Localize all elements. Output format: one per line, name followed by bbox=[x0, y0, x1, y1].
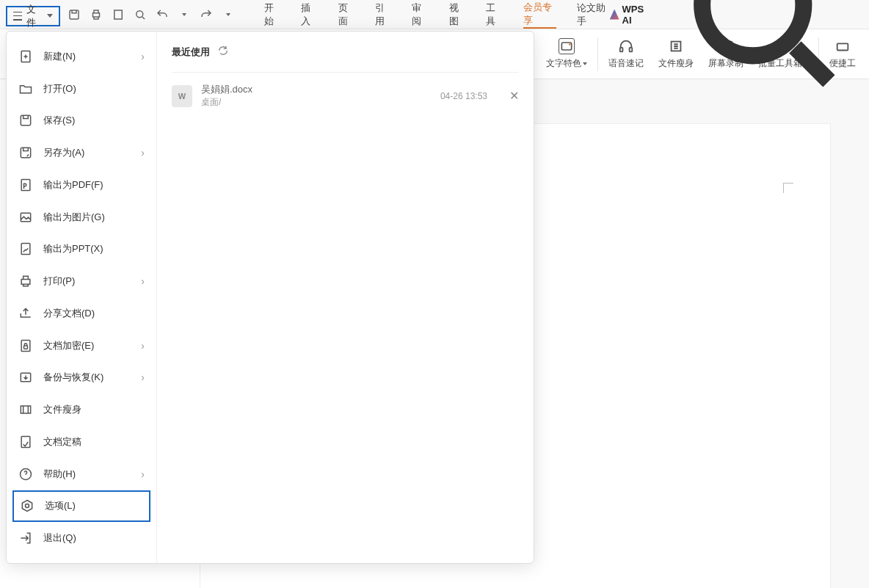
menu-file-slim[interactable]: 文件瘦身 bbox=[7, 393, 156, 426]
svg-rect-2 bbox=[114, 10, 122, 19]
ribbon-separator bbox=[597, 37, 598, 71]
menu-label: 另存为(A) bbox=[43, 146, 141, 159]
help-icon bbox=[18, 467, 33, 482]
menu-saveas[interactable]: 另存为(A) › bbox=[7, 137, 156, 169]
card-icon bbox=[559, 38, 575, 54]
menu-options[interactable]: 选项(L) bbox=[12, 490, 150, 523]
recent-file-path: 桌面/ bbox=[201, 96, 252, 109]
menu-backup[interactable]: 备份与恢复(K) › bbox=[7, 362, 156, 394]
menu-label: 文件瘦身 bbox=[43, 403, 145, 416]
close-icon[interactable]: ✕ bbox=[509, 89, 519, 103]
svg-point-28 bbox=[26, 504, 29, 508]
file-menu-list: 新建(N) › 打开(O) 保存(S) 另存为(A) › 输出为PDF(F) 输… bbox=[7, 32, 157, 563]
chevron-right-icon: › bbox=[141, 340, 145, 352]
corner-mark-icon bbox=[783, 183, 793, 193]
preview-icon[interactable] bbox=[134, 8, 147, 21]
menu-label: 帮助(H) bbox=[43, 468, 141, 481]
menu-label: 打开(O) bbox=[43, 82, 145, 95]
chevron-right-icon: › bbox=[141, 468, 145, 480]
printer-icon bbox=[18, 274, 33, 288]
menu-exit[interactable]: 退出(Q) bbox=[7, 522, 156, 554]
file-menu-button[interactable]: 文件 bbox=[6, 6, 60, 26]
finalize-icon bbox=[18, 435, 33, 449]
undo-dropdown-icon[interactable] bbox=[178, 8, 191, 21]
chevron-down-icon bbox=[47, 14, 53, 18]
tab-page[interactable]: 页面 bbox=[338, 0, 354, 29]
docx-icon: W bbox=[172, 85, 192, 107]
menu-save[interactable]: 保存(S) bbox=[7, 105, 156, 137]
menu-label: 输出为PDF(F) bbox=[43, 178, 145, 192]
hamburger-icon bbox=[13, 12, 22, 21]
menu-label: 分享文档(D) bbox=[43, 307, 145, 320]
tab-view[interactable]: 视图 bbox=[449, 0, 465, 29]
svg-rect-23 bbox=[24, 346, 28, 349]
menu-encrypt[interactable]: 文档加密(E) › bbox=[7, 330, 156, 362]
tab-member[interactable]: 会员专享 bbox=[523, 0, 556, 29]
menu-export-image[interactable]: 输出为图片(G) bbox=[7, 201, 156, 233]
menu-label: 打印(P) bbox=[43, 275, 141, 288]
recent-file-time: 04-26 13:53 bbox=[440, 91, 487, 101]
redo-icon[interactable] bbox=[200, 8, 213, 21]
svg-rect-21 bbox=[21, 280, 30, 285]
recent-files-panel: 最近使用 W 吴娟娟.docx 桌面/ 04-26 13:53 ✕ bbox=[157, 32, 534, 563]
chevron-right-icon: › bbox=[141, 147, 145, 159]
menu-label: 新建(N) bbox=[43, 50, 141, 63]
svg-rect-0 bbox=[70, 10, 79, 19]
print-icon[interactable] bbox=[90, 8, 103, 21]
pdf-icon bbox=[18, 178, 33, 192]
svg-rect-20 bbox=[21, 244, 30, 255]
menu-export-pdf[interactable]: 输出为PDF(F) bbox=[7, 169, 156, 201]
lock-icon bbox=[18, 338, 33, 353]
redo-dropdown-icon[interactable] bbox=[222, 8, 235, 21]
svg-point-7 bbox=[569, 43, 571, 46]
folder-open-icon bbox=[18, 81, 33, 96]
backup-icon bbox=[18, 370, 33, 385]
exit-icon bbox=[18, 531, 33, 545]
svg-point-4 bbox=[702, 0, 804, 56]
wps-ai-button[interactable]: WPS AI bbox=[610, 4, 653, 26]
ribbon-tabs: 开始 插入 页面 引用 审阅 视图 工具 会员专享 论文助手 bbox=[264, 0, 610, 29]
chevron-right-icon: › bbox=[141, 275, 145, 287]
tab-start[interactable]: 开始 bbox=[264, 0, 280, 29]
menu-share[interactable]: 分享文档(D) bbox=[7, 297, 156, 330]
recent-file-item[interactable]: W 吴娟娟.docx 桌面/ 04-26 13:53 ✕ bbox=[172, 79, 519, 113]
chevron-right-icon: › bbox=[141, 371, 145, 383]
divider bbox=[172, 72, 519, 73]
save-icon[interactable] bbox=[68, 8, 81, 21]
menu-label: 文档定稿 bbox=[43, 435, 145, 449]
svg-rect-1 bbox=[92, 12, 99, 16]
menu-help[interactable]: 帮助(H) › bbox=[7, 458, 156, 490]
undo-icon[interactable] bbox=[156, 8, 169, 21]
file-label: 文件 bbox=[26, 3, 43, 29]
print-preview-icon[interactable] bbox=[112, 8, 125, 21]
slim-icon bbox=[18, 402, 33, 417]
tab-review[interactable]: 审阅 bbox=[412, 0, 428, 29]
ppt-icon bbox=[18, 242, 33, 256]
tab-thesis[interactable]: 论文助手 bbox=[577, 0, 610, 29]
menu-label: 输出为图片(G) bbox=[43, 211, 145, 224]
wps-ai-label: WPS AI bbox=[622, 4, 653, 26]
menu-print[interactable]: 打印(P) › bbox=[7, 265, 156, 297]
new-file-icon bbox=[18, 49, 33, 64]
tab-insert[interactable]: 插入 bbox=[301, 0, 317, 29]
menu-label: 输出为PPT(X) bbox=[43, 242, 145, 255]
menu-open[interactable]: 打开(O) bbox=[7, 73, 156, 105]
menu-finalize[interactable]: 文档定稿 bbox=[7, 426, 156, 458]
tab-tool[interactable]: 工具 bbox=[486, 0, 502, 29]
menu-export-ppt[interactable]: 输出为PPT(X) bbox=[7, 233, 156, 266]
image-icon bbox=[18, 210, 33, 225]
menu-label: 文档加密(E) bbox=[43, 339, 141, 352]
file-dropdown-panel: 新建(N) › 打开(O) 保存(S) 另存为(A) › 输出为PDF(F) 输… bbox=[6, 31, 534, 564]
svg-rect-19 bbox=[21, 213, 30, 222]
refresh-icon[interactable] bbox=[217, 45, 229, 59]
search-icon[interactable] bbox=[660, 0, 863, 117]
svg-rect-25 bbox=[21, 406, 30, 413]
menu-label: 选项(L) bbox=[45, 499, 143, 512]
save-icon bbox=[18, 113, 33, 128]
ribbon-text-features[interactable]: 文字特色 bbox=[539, 38, 595, 70]
menu-label: 保存(S) bbox=[43, 114, 145, 127]
svg-rect-17 bbox=[21, 148, 30, 157]
menu-new[interactable]: 新建(N) › bbox=[7, 40, 156, 73]
svg-rect-18 bbox=[21, 179, 30, 190]
tab-reference[interactable]: 引用 bbox=[375, 0, 391, 29]
